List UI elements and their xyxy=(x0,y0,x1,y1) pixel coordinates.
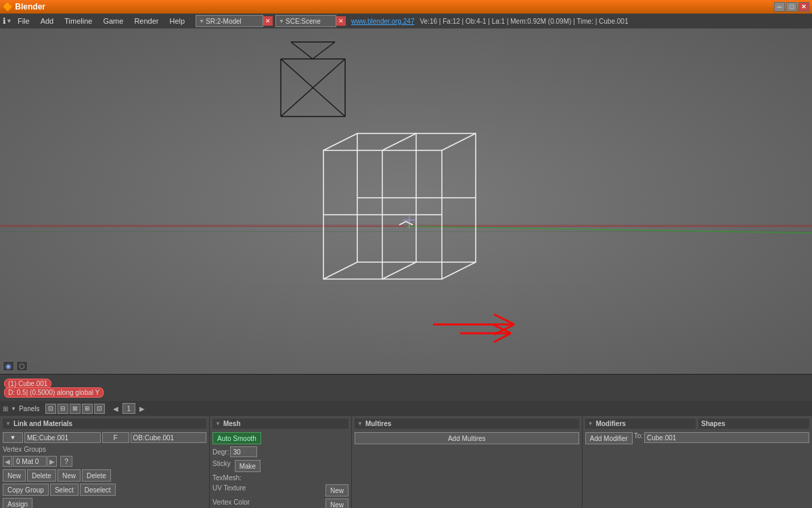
viewport-3d[interactable]: ◉ ⬡ xyxy=(0,28,812,374)
viewport-mode-icon[interactable]: ◉ xyxy=(3,361,14,371)
panel-icon-1[interactable]: ⊡ xyxy=(45,404,56,414)
select-button[interactable]: Select xyxy=(50,484,78,496)
mat-delete2-button[interactable]: Delete xyxy=(82,469,111,482)
mat-counter-row: ◀ 0 Mat 0 ▶ ? xyxy=(3,456,206,467)
mat-prev-button[interactable]: ◀ xyxy=(3,456,12,467)
close-button[interactable]: ✕ xyxy=(798,2,809,12)
mat-counter: ◀ 0 Mat 0 ▶ xyxy=(3,456,57,467)
mesh-title: Mesh xyxy=(223,420,241,427)
menu-file[interactable]: File xyxy=(12,16,35,26)
modifiers-section: ▼ Modifiers Shapes Add Modifier To: Cube… xyxy=(583,416,813,508)
uv-texture-row: UV Texture New xyxy=(212,484,348,496)
menu-timeline[interactable]: Timeline xyxy=(59,16,97,26)
add-modifier-row: Add Modifier To: Cube.001 xyxy=(585,432,810,444)
uv-new-button[interactable]: New xyxy=(325,484,348,496)
assign-button[interactable]: Assign xyxy=(3,498,32,508)
mesh-field[interactable]: ME:Cube.001 xyxy=(24,432,101,443)
info-line-1: (1) Cube.001 xyxy=(4,380,808,387)
scene-clear-button[interactable]: ✕ xyxy=(336,16,346,26)
frame-label: ◀ xyxy=(113,405,118,412)
mat-new-button[interactable]: New xyxy=(3,469,26,482)
url-link[interactable]: www.blender.org.247 xyxy=(351,18,414,25)
link-materials-header: ▼ Link and Materials xyxy=(3,419,206,429)
transform-info-badge: D: 0.5| (0.5000) along global Y xyxy=(4,387,104,398)
mat-field[interactable]: 0 Mat 0 xyxy=(13,456,47,467)
mat-new2-button[interactable]: New xyxy=(58,469,81,482)
mode-dropdown[interactable]: ▼ SR:2-Model xyxy=(196,15,263,27)
mat-delete-button[interactable]: Delete xyxy=(27,469,56,482)
multires-header-triangle: ▼ xyxy=(357,421,363,427)
vertex-groups-row: Vertex Groups xyxy=(3,446,206,453)
texmesh-row: TexMesh: xyxy=(212,474,348,482)
scene-dropdown[interactable]: ▼ SCE:Scene xyxy=(275,15,336,27)
add-multires-button[interactable]: Add Multires xyxy=(355,432,579,444)
vc-new-button[interactable]: New xyxy=(325,499,348,508)
header-triangle: ▼ xyxy=(5,421,11,427)
auto-smooth-button[interactable]: Auto Smooth xyxy=(212,432,261,444)
mat-next-button[interactable]: ▶ xyxy=(47,456,57,467)
deselect-button[interactable]: Deselect xyxy=(80,484,116,496)
shapes-title: Shapes xyxy=(701,420,725,427)
blender-logo: 🔶 Blender xyxy=(3,2,45,12)
menu-bar: ℹ ▼ File Add Timeline Game Render Help ▼… xyxy=(0,14,812,28)
frame-forward-icon[interactable]: ▶ xyxy=(139,405,145,412)
panel-icon-5[interactable]: ⊡ xyxy=(94,404,105,414)
mat-question-button[interactable]: ? xyxy=(60,456,72,467)
ob-field[interactable]: OB:Cube.001 xyxy=(131,432,207,443)
title-bar-left: 🔶 Blender xyxy=(3,2,45,12)
link-materials-section: ▼ Link and Materials ▼ ME:Cube.001 F OB:… xyxy=(0,416,210,508)
bottom-info-bar: (1) Cube.001 D: 0.5| (0.5000) along glob… xyxy=(0,374,812,401)
link-materials-title: Link and Materials xyxy=(14,420,72,427)
menu-render[interactable]: Render xyxy=(129,16,164,26)
mat-new-delete-row: New Delete New Delete xyxy=(3,469,206,482)
panels-mode-icon[interactable]: ⊞ xyxy=(3,405,8,412)
viewport-info: Ve:16 | Fa:12 | Ob:4-1 | La:1 | Mem:0.92… xyxy=(420,18,628,25)
multires-section: ▼ Multires Add Multires xyxy=(352,416,583,508)
info-line-2: D: 0.5| (0.5000) along global Y xyxy=(4,389,808,396)
mesh-dropdown-icon[interactable]: ▼ xyxy=(3,432,23,443)
degr-label: Degr: xyxy=(212,448,229,456)
mesh-section: ▼ Mesh Auto Smooth Degr: 30 Sticky Make … xyxy=(210,416,352,508)
copy-group-row: Copy Group Select Deselect xyxy=(3,484,206,496)
mesh-field-row: ▼ ME:Cube.001 F OB:Cube.001 xyxy=(3,432,206,443)
degr-row: Degr: 30 xyxy=(212,446,348,457)
frame-number[interactable]: 1 xyxy=(122,403,136,414)
modifiers-title: Modifiers xyxy=(595,420,625,427)
mode-dropdown-label: SR:2-Model xyxy=(206,18,242,25)
modifiers-header: ▼ Modifiers xyxy=(585,419,696,429)
menu-add[interactable]: Add xyxy=(35,16,60,26)
add-modifier-button[interactable]: Add Modifier xyxy=(585,432,633,444)
to-field[interactable]: Cube.001 xyxy=(644,432,809,443)
assign-row: Assign xyxy=(3,498,206,508)
viewport-shading-icon[interactable]: ⬡ xyxy=(16,361,28,371)
panel-icon-2[interactable]: ⊟ xyxy=(58,404,68,414)
menu-sep: ▼ xyxy=(6,18,12,24)
viewport-icons: ◉ ⬡ xyxy=(3,361,28,371)
multires-title: Multires xyxy=(365,420,391,427)
vertex-color-row: Vertex Color New xyxy=(212,499,348,508)
menu-help[interactable]: Help xyxy=(164,16,190,26)
panel-icon-3[interactable]: ⊠ xyxy=(70,404,81,414)
scene-dropdown-label: SCE:Scene xyxy=(286,18,321,25)
texmesh-label: TexMesh: xyxy=(212,474,242,482)
degr-value[interactable]: 30 xyxy=(230,446,257,457)
mode-clear-button[interactable]: ✕ xyxy=(263,16,273,26)
minimize-button[interactable]: ─ xyxy=(774,2,785,12)
title-bar: 🔶 Blender ─ □ ✕ xyxy=(0,0,812,14)
grid-canvas xyxy=(0,28,812,374)
f-button[interactable]: F xyxy=(102,432,129,443)
sticky-row: Sticky Make xyxy=(212,460,348,472)
maximize-button[interactable]: □ xyxy=(786,2,797,12)
menu-game[interactable]: Game xyxy=(97,16,129,26)
shapes-header: Shapes xyxy=(698,419,809,429)
modifiers-triangle: ▼ xyxy=(588,421,593,427)
mesh-header-triangle: ▼ xyxy=(215,421,221,427)
modifiers-shapes-headers: ▼ Modifiers Shapes xyxy=(585,419,810,430)
copy-group-button[interactable]: Copy Group xyxy=(3,484,49,496)
panel-icon-4[interactable]: ⊞ xyxy=(82,404,93,414)
make-button[interactable]: Make xyxy=(235,460,261,472)
auto-smooth-row: Auto Smooth xyxy=(212,432,348,444)
to-label: To: xyxy=(634,432,643,444)
add-multires-row: Add Multires xyxy=(355,432,579,444)
properties-panel: ▼ Link and Materials ▼ ME:Cube.001 F OB:… xyxy=(0,416,812,508)
